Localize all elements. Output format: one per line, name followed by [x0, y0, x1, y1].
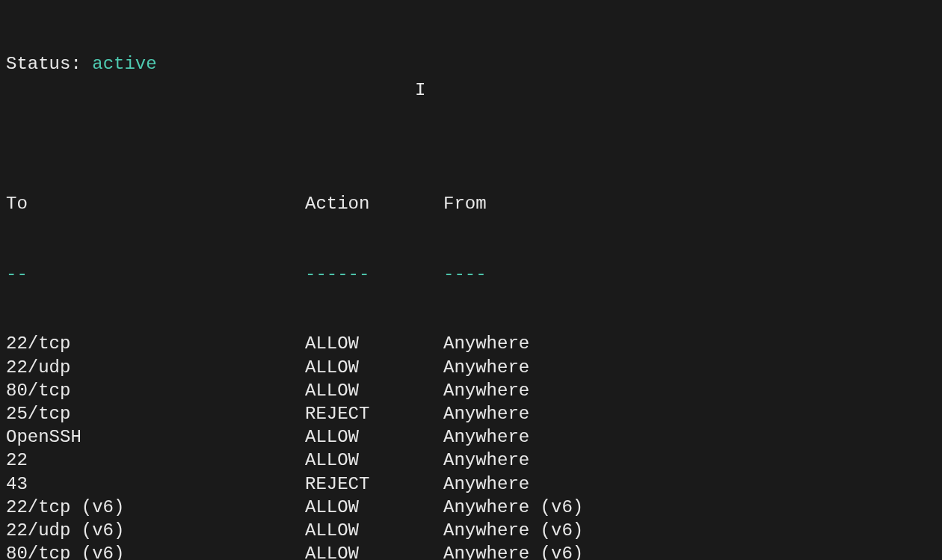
rule-action: ALLOW [305, 519, 443, 542]
rule-row: 22/udpALLOWAnywhere [6, 356, 936, 379]
terminal-output[interactable]: Status: active ToActionFrom ------------… [6, 6, 936, 560]
dashes-from: ---- [443, 262, 936, 286]
header-from: From [443, 192, 936, 215]
header-to: To [6, 192, 305, 215]
rule-action: ALLOW [305, 449, 443, 472]
rule-to: 80/tcp [6, 379, 305, 402]
rule-action: ALLOW [305, 356, 443, 379]
rule-from: Anywhere [443, 379, 936, 402]
rule-to: 43 [6, 473, 305, 496]
rule-row: 22/tcp (v6)ALLOWAnywhere (v6) [6, 496, 936, 519]
status-value: active [92, 52, 156, 76]
dashes-row: ------------ [6, 262, 936, 286]
header-row: ToActionFrom [6, 192, 936, 215]
rule-from: Anywhere [443, 356, 936, 379]
rule-from: Anywhere (v6) [443, 496, 936, 519]
rule-row: 80/tcpALLOWAnywhere [6, 379, 936, 402]
rule-row: OpenSSHALLOWAnywhere [6, 425, 936, 449]
rules-in-container: 22/tcpALLOWAnywhere22/udpALLOWAnywhere80… [6, 332, 936, 560]
rule-action: ALLOW [305, 332, 443, 355]
dashes-to: -- [6, 262, 305, 286]
rule-to: 22/tcp [6, 332, 305, 355]
rule-to: 22/udp (v6) [6, 519, 305, 542]
rule-row: 25/tcpREJECTAnywhere [6, 402, 936, 425]
rule-from: Anywhere [443, 425, 936, 449]
rule-action: REJECT [305, 473, 443, 496]
blank-row [6, 123, 936, 146]
rule-row: 43REJECTAnywhere [6, 473, 936, 496]
rule-to: 25/tcp [6, 402, 305, 425]
rule-row: 80/tcp (v6)ALLOWAnywhere (v6) [6, 542, 936, 560]
rule-to: 22/tcp (v6) [6, 496, 305, 519]
rule-action: ALLOW [305, 542, 443, 560]
status-label: Status: [6, 52, 81, 76]
rule-from: Anywhere (v6) [443, 519, 936, 542]
rule-row: 22/tcpALLOWAnywhere [6, 332, 936, 355]
rule-from: Anywhere [443, 473, 936, 496]
header-action: Action [305, 192, 443, 215]
text-cursor-icon: I [415, 79, 416, 101]
status-line: Status: active [6, 52, 936, 76]
rule-row: 22ALLOWAnywhere [6, 449, 936, 472]
rule-row: 22/udp (v6)ALLOWAnywhere (v6) [6, 519, 936, 542]
rule-action: ALLOW [305, 425, 443, 449]
rule-to: 80/tcp (v6) [6, 542, 305, 560]
rule-from: Anywhere [443, 332, 936, 355]
rule-to: 22 [6, 449, 305, 472]
dashes-action: ------ [305, 262, 443, 286]
rule-to: 22/udp [6, 356, 305, 379]
rule-action: ALLOW [305, 496, 443, 519]
rule-action: REJECT [305, 402, 443, 425]
rule-from: Anywhere (v6) [443, 542, 936, 560]
rule-from: Anywhere [443, 402, 936, 425]
rule-action: ALLOW [305, 379, 443, 402]
rule-from: Anywhere [443, 449, 936, 472]
rule-to: OpenSSH [6, 425, 305, 449]
